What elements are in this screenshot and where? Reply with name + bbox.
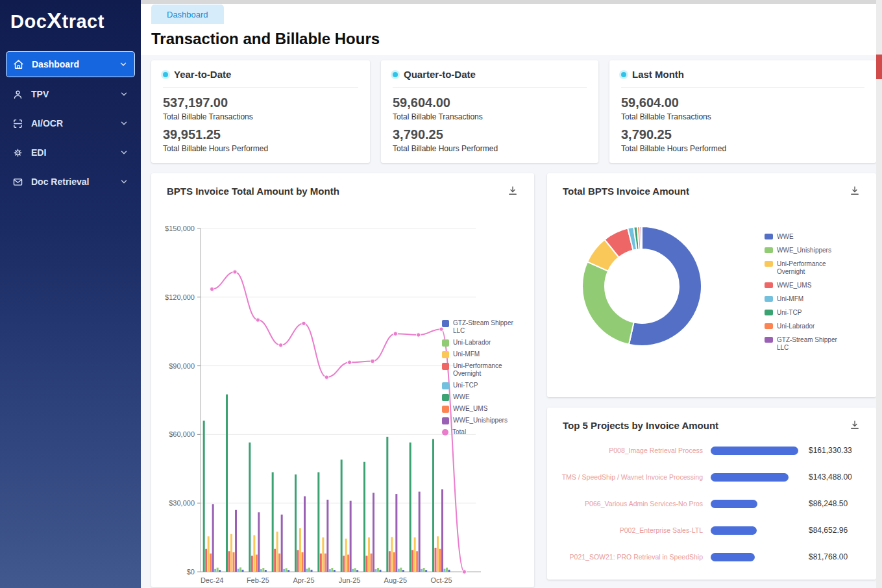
kpi-label: Total Billable Transactions (393, 112, 587, 121)
legend-item-uni-performance-overnight[interactable]: Uni-Performance Overnight (765, 260, 839, 276)
svg-text:$30,000: $30,000 (169, 499, 195, 507)
download-icon[interactable] (849, 419, 861, 431)
logo-text-x: X (47, 8, 62, 32)
kpi-label: Total Billable Hours Performed (393, 144, 587, 153)
sidebar-item-label: Doc Retrieval (31, 177, 89, 187)
legend-item-wwe[interactable]: WWE (765, 233, 839, 241)
sidebar-item-tpv[interactable]: TPV (6, 82, 135, 106)
legend-item-uni-labrador[interactable]: Uni-Labrador (442, 339, 519, 347)
kpi-card-title: Last Month (632, 69, 684, 80)
top5-row-label: P066_Various Admin Services-No Pros (547, 500, 703, 508)
download-icon[interactable] (849, 185, 861, 197)
top5-row-value: $143,488.00 (809, 472, 852, 482)
top5-row-label: P002_Enterprise Sales-LTL (547, 526, 703, 534)
top5-row-bar[interactable] (711, 447, 798, 455)
kpi-label: Total Billable Hours Performed (621, 144, 864, 153)
svg-text:$90,000: $90,000 (169, 362, 195, 370)
sidebar-item-doc-retrieval[interactable]: Doc Retrieval (6, 169, 135, 194)
page-header: Transaction and Billable Hours (141, 24, 882, 55)
top5-row-bar[interactable] (711, 500, 757, 508)
svg-text:$60,000: $60,000 (169, 430, 195, 438)
scrollbar-thumb[interactable] (876, 55, 882, 79)
top5-row: P066_Various Admin Services-No Pros$86,2… (547, 491, 876, 517)
divider (393, 87, 587, 88)
top5-row-value: $84,652.96 (809, 526, 848, 535)
sidebar-item-ai-ocr[interactable]: AI/OCR (6, 111, 135, 136)
page-title: Transaction and Billable Hours (151, 29, 872, 49)
kpi-dot-icon (163, 72, 168, 77)
top5-chart-title: Top 5 Projects by Invoice Amount (563, 420, 718, 431)
kpi-value: 59,604.00 (393, 95, 587, 110)
top5-row-bar[interactable] (711, 473, 789, 482)
download-icon[interactable] (507, 185, 519, 197)
chevron-down-icon (119, 60, 128, 69)
top5-row-value: $81,768.00 (809, 552, 848, 561)
scan-icon (12, 117, 24, 129)
chevron-down-icon (119, 119, 129, 128)
tab-dashboard[interactable]: Dashboard (151, 5, 224, 24)
legend-item-wwe-ums[interactable]: WWE_UMS (765, 282, 839, 289)
legend-item-uni-tcp[interactable]: Uni-TCP (442, 382, 519, 389)
chevron-down-icon (119, 90, 129, 99)
divider (621, 87, 864, 88)
kpi-value: 39,951.25 (163, 127, 358, 142)
top5-bar-list: P008_Image Retrieval Process$161,330.33T… (547, 437, 876, 570)
kpi-value: 59,604.00 (621, 95, 864, 110)
svg-text:$0: $0 (187, 568, 195, 576)
gear-icon (12, 147, 24, 158)
top5-row-bar[interactable] (711, 553, 755, 561)
legend-item-gtz-stream-shipper-llc[interactable]: GTZ-Stream Shipper LLC (442, 319, 519, 335)
sidebar-nav: DashboardTPVAI/OCREDIDoc Retrieval (0, 51, 141, 194)
legend-item-wwe-unishippers[interactable]: WWE_Unishippers (765, 247, 839, 254)
donut-chart-legend: WWEWWE_UnishippersUni-Performance Overni… (765, 233, 839, 358)
top5-row: TMS / SpeedShip / Wavnet Invoice Process… (547, 464, 876, 491)
tab-bar: Dashboard (141, 4, 882, 24)
chevron-down-icon (119, 177, 129, 186)
svg-text:Feb-25: Feb-25 (247, 576, 269, 584)
sidebar-item-edi[interactable]: EDI (6, 140, 135, 165)
legend-item-uni-mfm[interactable]: Uni-MFM (765, 295, 839, 303)
content: Year-to-Date537,197.00Total Billable Tra… (141, 55, 882, 587)
monthly-chart-legend: GTZ-Stream Shipper LLCUni-LabradorUni-MF… (442, 319, 519, 440)
logo-text-tract: tract (62, 11, 104, 32)
top5-row-bar[interactable] (711, 526, 757, 535)
divider (163, 87, 358, 88)
home-icon (13, 58, 25, 70)
sidebar-item-label: AI/OCR (31, 118, 63, 129)
legend-item-wwe[interactable]: WWE (442, 393, 519, 401)
kpi-dot-icon (393, 72, 398, 77)
legend-item-uni-tcp[interactable]: Uni-TCP (765, 309, 839, 317)
svg-text:Oct-25: Oct-25 (430, 576, 452, 584)
kpi-cards: Year-to-Date537,197.00Total Billable Tra… (151, 60, 876, 163)
svg-text:Jun-25: Jun-25 (339, 576, 361, 584)
logo-text-doc: Doc (10, 11, 47, 32)
monthly-chart-title: BPTS Invoice Total Amount by Month (167, 186, 339, 197)
sidebar-item-dashboard[interactable]: Dashboard (6, 51, 135, 77)
legend-item-wwe-unishippers[interactable]: WWE_Unishippers (442, 417, 519, 424)
envelope-icon (12, 176, 24, 188)
kpi-value: 537,197.00 (163, 95, 358, 110)
kpi-label: Total Billable Hours Performed (163, 144, 358, 153)
main-area: Dashboard Transaction and Billable Hours… (141, 0, 882, 588)
legend-item-gtz-stream-shipper-llc[interactable]: GTZ-Stream Shipper LLC (765, 336, 839, 352)
user-icon (12, 88, 24, 100)
legend-item-wwe-ums[interactable]: WWE_UMS (442, 405, 519, 413)
legend-item-uni-performance-overnight[interactable]: Uni-Performance Overnight (442, 362, 519, 378)
top5-row: P002_Enterprise Sales-LTL$84,652.96 (547, 517, 876, 544)
svg-text:$150,000: $150,000 (165, 225, 195, 232)
scrollbar[interactable] (876, 0, 882, 588)
sidebar-item-label: TPV (31, 89, 49, 99)
legend-item-uni-mfm[interactable]: Uni-MFM (442, 350, 519, 358)
top5-row-label: TMS / SpeedShip / Wavnet Invoice Process… (547, 473, 703, 481)
donut-chart-title: Total BPTS Invoice Amount (563, 186, 689, 197)
legend-item-uni-labrador[interactable]: Uni-Labrador (765, 323, 839, 330)
sidebar-item-label: Dashboard (32, 59, 79, 69)
svg-text:Aug-25: Aug-25 (384, 576, 407, 584)
charts-row: BPTS Invoice Total Amount by Month $0$30… (151, 173, 876, 587)
top5-row-value: $161,330.33 (809, 446, 852, 455)
svg-text:$120,000: $120,000 (165, 293, 195, 301)
top5-row: P008_Image Retrieval Process$161,330.33 (547, 437, 876, 464)
legend-item-total[interactable]: Total (442, 428, 519, 436)
right-column: Total BPTS Invoice Amount WWEWWE_Uniship… (547, 173, 876, 580)
kpi-card-last-month: Last Month59,604.00Total Billable Transa… (609, 60, 876, 163)
